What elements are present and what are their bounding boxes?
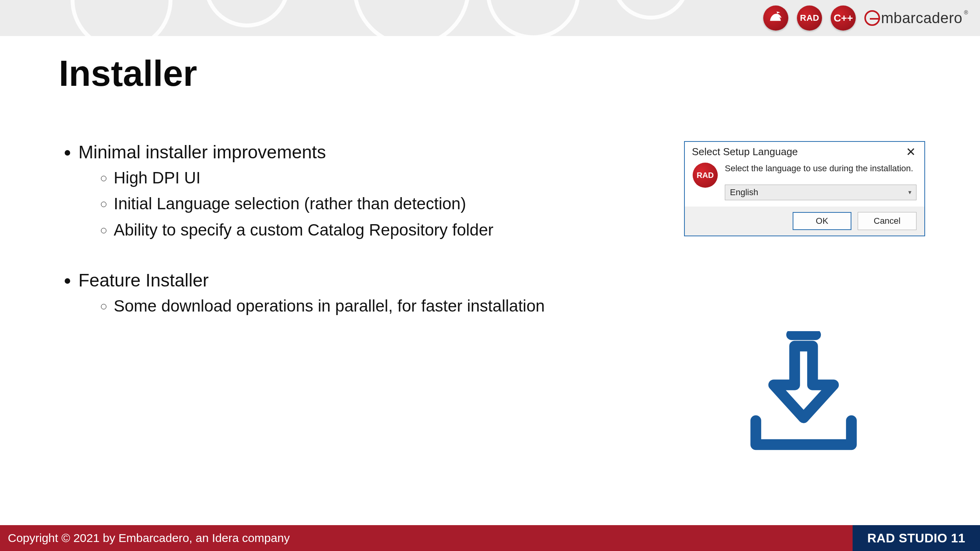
dialog-body: RAD Select the language to use during th…	[685, 160, 924, 207]
embarcadero-text: mbarcadero	[881, 10, 962, 27]
cpp-logo-label: C++	[834, 12, 853, 24]
decorative-swirl	[71, 0, 172, 36]
cancel-button[interactable]: Cancel	[858, 212, 916, 230]
dialog-title: Select Setup Language	[692, 146, 798, 158]
ok-button[interactable]: OK	[793, 212, 851, 230]
decorative-swirl	[353, 0, 470, 36]
bullet-text: Feature Installer	[78, 270, 209, 290]
rad-logo-label: RAD	[800, 13, 819, 23]
bullet-text: Minimal installer improvements	[78, 142, 326, 162]
bullet-content: Minimal installer improvements High DPI …	[59, 141, 647, 322]
language-select-value: English	[730, 187, 758, 198]
decorative-swirl	[612, 0, 690, 20]
registered-mark: ®	[964, 9, 968, 16]
bullet-item: Minimal installer improvements High DPI …	[78, 141, 647, 240]
sub-bullet-item: High DPI UI	[114, 168, 647, 188]
rad-logo-icon: RAD	[797, 5, 822, 31]
bullet-item: Feature Installer Some download operatio…	[78, 269, 647, 316]
slide-title: Installer	[59, 53, 197, 94]
decorative-swirl	[486, 0, 580, 36]
dialog-button-row: OK Cancel	[685, 207, 924, 236]
language-dialog: Select Setup Language ✕ RAD Select the l…	[684, 141, 925, 236]
chevron-down-icon: ▾	[908, 188, 911, 196]
dialog-titlebar: Select Setup Language ✕	[685, 142, 924, 160]
sub-bullet-item: Some download operations in parallel, fo…	[114, 296, 647, 317]
footer-copyright: Copyright © 2021 by Embarcadero, an Ider…	[0, 525, 853, 551]
footer: Copyright © 2021 by Embarcadero, an Ider…	[0, 525, 980, 551]
rad-dialog-icon-label: RAD	[697, 171, 713, 180]
sub-bullet-item: Ability to specify a custom Catalog Repo…	[114, 220, 647, 241]
helmet-icon	[767, 9, 784, 27]
footer-product: RAD STUDIO 11	[853, 525, 980, 551]
cpp-logo-icon: C++	[831, 5, 856, 31]
embarcadero-e-icon	[864, 10, 880, 26]
language-select[interactable]: English ▾	[725, 185, 916, 200]
download-icon	[743, 331, 864, 457]
decorative-swirl	[204, 0, 290, 27]
sub-bullet-item: Initial Language selection (rather than …	[114, 194, 647, 214]
rad-dialog-icon: RAD	[693, 163, 718, 188]
header-band: RAD C++ mbarcadero ®	[0, 0, 980, 36]
dialog-message: Select the language to use during the in…	[725, 163, 916, 174]
embarcadero-wordmark: mbarcadero ®	[864, 10, 968, 27]
close-icon[interactable]: ✕	[904, 146, 918, 158]
delphi-logo-icon	[763, 5, 788, 31]
header-logos: RAD C++ mbarcadero ®	[763, 3, 968, 33]
